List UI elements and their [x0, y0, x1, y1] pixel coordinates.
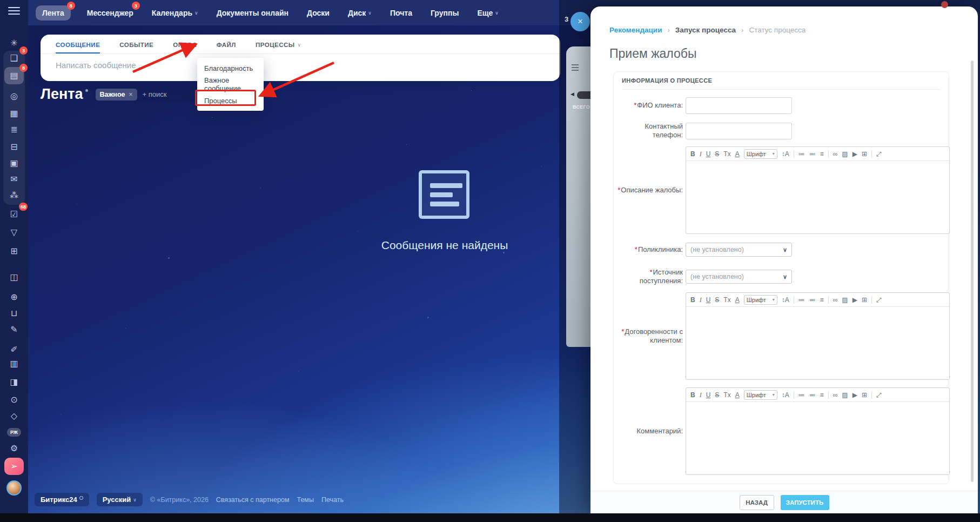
align-icon[interactable]: ≡ [820, 297, 824, 303]
ordered-list-icon[interactable]: ≔ [798, 392, 805, 398]
nav-item-mail[interactable]: Почта [388, 5, 414, 21]
footer-link-contact-partner[interactable]: Связаться с партнером [216, 496, 290, 504]
sidebar-item-automation[interactable]: ◎ [4, 88, 24, 105]
sidebar-item-feed[interactable]: ▤8 [4, 67, 24, 84]
clear-format-icon[interactable]: Tx [723, 297, 730, 303]
align-icon[interactable]: ≡ [820, 392, 824, 398]
sidebar-item-mail[interactable]: ✉ [4, 171, 24, 188]
nav-item-docs-online[interactable]: Документы онлайн [214, 5, 291, 21]
sidebar-item-ai-bot[interactable]: ⊙ [4, 391, 24, 409]
dropdown-item-important-message[interactable]: Важное сообщение [197, 76, 264, 92]
video-icon[interactable]: ▶ [853, 151, 857, 157]
sidebar-item-groups[interactable]: ⁂ [4, 187, 24, 204]
text-color-icon[interactable]: A [735, 297, 740, 303]
sidebar-item-calendar[interactable]: ▦ [4, 105, 24, 122]
link-icon[interactable]: ∞ [833, 297, 838, 303]
sidebar-item-rocket[interactable]: ➢ [4, 458, 24, 475]
bullet-list-icon[interactable]: ≕ [809, 151, 816, 157]
bullet-list-icon[interactable]: ≕ [809, 392, 816, 398]
nav-item-messenger[interactable]: Мессенджер3 [85, 5, 136, 21]
footer-link-print[interactable]: Печать [321, 496, 344, 504]
sidebar-item-archive[interactable]: ◫ [4, 269, 24, 286]
message-composer-input[interactable]: Написать сообщение ... [41, 54, 560, 70]
strikethrough-icon[interactable]: S [715, 297, 719, 303]
tab-processes[interactable]: ПРОЦЕССЫ∨ [256, 42, 301, 53]
underline-icon[interactable]: U [706, 297, 711, 303]
close-slider-button[interactable]: × [570, 12, 590, 31]
clear-format-icon[interactable]: Tx [723, 392, 730, 398]
agreement-editor-body[interactable] [686, 307, 949, 379]
nav-item-groups[interactable]: Группы [428, 5, 461, 21]
bold-icon[interactable]: B [690, 297, 695, 303]
tab-file[interactable]: ФАЙЛ [217, 42, 236, 53]
tab-message[interactable]: СООБЩЕНИЕ [56, 42, 100, 53]
comment-editor-body[interactable] [686, 402, 949, 474]
sidebar-item-boards[interactable]: ⊟ [4, 138, 24, 156]
italic-icon[interactable]: I [700, 151, 702, 157]
underline-icon[interactable]: U [706, 151, 711, 157]
strikethrough-icon[interactable]: S [715, 392, 719, 398]
link-icon[interactable]: ∞ [833, 151, 838, 157]
bold-icon[interactable]: B [690, 151, 695, 157]
font-select[interactable]: Шрифт▾ [744, 149, 777, 159]
sidebar-item-crm[interactable]: ▽ [4, 224, 24, 241]
font-select[interactable]: Шрифт▾ [744, 390, 777, 400]
breadcrumb-start-process[interactable]: Запуск процесса [675, 26, 736, 34]
expand-icon[interactable]: ⤢ [876, 151, 882, 157]
description-editor-body[interactable] [686, 161, 949, 233]
sidebar-item-contacts[interactable]: ◨ [4, 373, 24, 391]
align-icon[interactable]: ≡ [820, 151, 824, 157]
text-color-icon[interactable]: A [735, 151, 740, 157]
clinic-select[interactable]: (не установлено) ∨ [686, 243, 792, 257]
nav-item-drive[interactable]: Диск∨ [346, 5, 374, 21]
expand-icon[interactable]: ⤢ [876, 392, 882, 398]
table-icon[interactable]: ⊞ [862, 297, 867, 303]
sidebar-item-rz[interactable]: РЖ [4, 424, 24, 441]
sidebar-item-tasks[interactable]: ☑68 [4, 206, 24, 223]
menu-icon[interactable] [8, 7, 20, 16]
footer-link-themes[interactable]: Темы [297, 496, 313, 504]
sidebar-item-goals[interactable]: ⊕ [4, 289, 24, 306]
font-size-icon[interactable]: ↕A [782, 392, 789, 398]
font-size-icon[interactable]: ↕A [782, 297, 789, 303]
breadcrumb-recommendations[interactable]: Рекомендации [609, 26, 662, 34]
sidebar-item-apps[interactable]: ◇ [4, 407, 24, 425]
ordered-list-icon[interactable]: ≔ [798, 151, 805, 157]
italic-icon[interactable]: I [700, 297, 702, 303]
bold-icon[interactable]: B [690, 392, 695, 398]
nav-item-boards[interactable]: Доски [305, 5, 332, 21]
link-icon[interactable]: ∞ [833, 392, 838, 398]
image-icon[interactable]: ▨ [842, 297, 848, 303]
clear-format-icon[interactable]: Tx [723, 151, 730, 157]
image-icon[interactable]: ▨ [842, 151, 848, 157]
sidebar-item-settings[interactable]: ⚙ [4, 440, 24, 457]
strikethrough-icon[interactable]: S [715, 151, 719, 157]
table-icon[interactable]: ⊞ [862, 392, 867, 398]
remove-filter-icon[interactable]: × [129, 91, 133, 98]
expand-icon[interactable]: ⤢ [876, 297, 882, 303]
start-button[interactable]: ЗАПУСТИТЬ [781, 495, 829, 510]
ordered-list-icon[interactable]: ≔ [798, 297, 805, 303]
language-select[interactable]: Русский ∨ [97, 493, 143, 506]
dropdown-item-thanks[interactable]: Благодарность [197, 60, 264, 76]
tab-poll[interactable]: ОПРОС [173, 42, 197, 53]
sidebar-item-drive[interactable]: ▣ [4, 155, 24, 172]
source-select[interactable]: (не установлено) ∨ [686, 270, 792, 284]
table-icon[interactable]: ⊞ [862, 151, 867, 157]
brand-chip[interactable]: Битрикс24 [35, 493, 89, 506]
dropdown-item-processes[interactable]: Процессы [197, 92, 264, 109]
back-button[interactable]: НАЗАД [740, 495, 774, 510]
nav-item-feed[interactable]: Лента8 [36, 5, 71, 21]
sidebar-item-profile[interactable] [4, 479, 24, 497]
sidebar-item-reports[interactable]: ▥ [4, 355, 24, 372]
slider-scrollbar[interactable] [971, 61, 974, 482]
sidebar-item-sign[interactable]: ✎ [4, 321, 24, 338]
font-select[interactable]: Шрифт▾ [744, 295, 777, 305]
video-icon[interactable]: ▶ [853, 392, 857, 398]
fio-input[interactable] [686, 97, 792, 114]
phone-input[interactable] [686, 123, 792, 139]
text-color-icon[interactable]: A [735, 392, 740, 398]
underline-icon[interactable]: U [706, 392, 711, 398]
sidebar-item-planner[interactable]: ⊞ [4, 243, 24, 260]
italic-icon[interactable]: I [700, 392, 702, 398]
